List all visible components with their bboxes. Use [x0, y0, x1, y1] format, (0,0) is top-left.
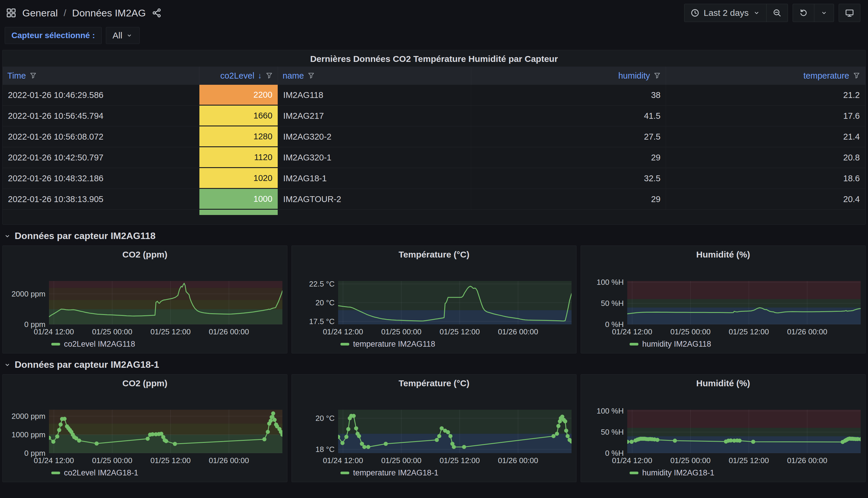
- refresh-interval-button[interactable]: [814, 4, 834, 22]
- charts-row-im2ag18-1: CO2 (ppm)0 ppm1000 ppm2000 ppm01/24 12:0…: [2, 374, 866, 482]
- cell-time: 2022-01-26 10:46:29.586: [3, 85, 199, 106]
- filter-funnel-icon[interactable]: [265, 72, 273, 79]
- table-panel-title[interactable]: Dernières Données CO2 Température Humidi…: [3, 50, 865, 67]
- column-header-time[interactable]: Time: [3, 67, 199, 85]
- legend-temp-im2ag18-1[interactable]: temperature IM2AG18-1: [340, 468, 574, 477]
- legend-co2-im2ag118[interactable]: co2Level IM2AG118: [51, 340, 285, 349]
- plot-canvas[interactable]: [627, 281, 861, 324]
- co2-table-wrap: Timeco2Level↓namehumiditytemperature 202…: [3, 67, 865, 225]
- chart-title-co2-im2ag18-1[interactable]: CO2 (ppm): [3, 375, 287, 391]
- apps-grid-icon[interactable]: [6, 8, 16, 18]
- section-title: Données par capteur IM2AG118: [15, 231, 156, 241]
- legend-series-swatch: [340, 472, 349, 474]
- x-axis-tick: 01/26 00:00: [209, 327, 249, 337]
- column-header-humidity[interactable]: humidity: [471, 67, 666, 85]
- column-header-co2[interactable]: co2Level↓: [199, 67, 278, 85]
- cell-humidity: 27.5: [471, 127, 666, 147]
- refresh-group: [793, 4, 834, 22]
- cell-humidity: 29: [471, 147, 666, 168]
- legend-series-label: temperature IM2AG18-1: [353, 468, 438, 477]
- x-axis-tick: 01/24 12:00: [612, 327, 652, 337]
- legend-series-swatch: [51, 343, 60, 345]
- y-axis-tick: 2000 ppm: [11, 412, 45, 421]
- cell-co2level: 1000: [199, 189, 278, 210]
- table-row: 2022-01-26 10:56:45.7941660IM2AG21741.51…: [3, 106, 865, 127]
- x-axis: 01/24 12:0001/25 00:0001/25 12:0001/26 0…: [627, 327, 863, 337]
- breadcrumb-page[interactable]: Données IM2AG: [72, 7, 146, 19]
- chart-area: 0 ppm2000 ppm01/24 12:0001/25 00:0001/25…: [5, 281, 285, 349]
- time-range-button[interactable]: Last 2 days: [684, 4, 766, 22]
- cell-humidity: 32.5: [471, 168, 666, 189]
- filter-funnel-icon[interactable]: [307, 72, 315, 79]
- cell-temperature: 20.4: [666, 189, 865, 210]
- chart-area: 0 ppm1000 ppm2000 ppm01/24 12:0001/25 00…: [5, 410, 285, 477]
- plot-canvas[interactable]: [49, 410, 282, 453]
- x-axis-tick: 01/24 12:00: [34, 456, 74, 465]
- y-axis-tick: 100 %H: [597, 278, 624, 287]
- plot-canvas[interactable]: [338, 281, 572, 324]
- y-axis: 0 %H50 %H100 %H: [583, 410, 627, 453]
- x-axis: 01/24 12:0001/25 00:0001/25 12:0001/26 0…: [338, 456, 574, 466]
- x-axis-tick: 01/24 12:00: [34, 327, 74, 337]
- chevron-down-icon: [820, 9, 828, 17]
- chart-title-hum-im2ag18-1[interactable]: Humidité (%): [581, 375, 865, 391]
- column-header-temperature[interactable]: temperature: [666, 67, 865, 85]
- filter-funnel-icon[interactable]: [653, 72, 661, 79]
- chart-title-temp-im2ag118[interactable]: Température (°C): [292, 246, 576, 262]
- breadcrumb-section[interactable]: General: [22, 7, 58, 19]
- charts-row-im2ag118: CO2 (ppm)0 ppm2000 ppm01/24 12:0001/25 0…: [2, 246, 866, 353]
- chart-title-co2-im2ag118[interactable]: CO2 (ppm): [3, 246, 287, 262]
- chart-area: 17.5 °C20 °C22.5 °C01/24 12:0001/25 00:0…: [294, 281, 574, 349]
- column-header-name[interactable]: name: [278, 67, 471, 85]
- panel-temp-im2ag118: Température (°C)17.5 °C20 °C22.5 °C01/24…: [292, 246, 576, 353]
- zoom-out-button[interactable]: [766, 4, 788, 22]
- cell-name: IM2AG320-1: [278, 147, 471, 168]
- plot-canvas[interactable]: [627, 410, 861, 453]
- refresh-button[interactable]: [793, 4, 814, 22]
- cell-temperature: 18.6: [666, 168, 865, 189]
- time-range-label: Last 2 days: [704, 8, 749, 18]
- x-axis-tick: 01/25 12:00: [440, 327, 480, 337]
- x-axis: 01/24 12:0001/25 00:0001/25 12:0001/26 0…: [49, 456, 285, 466]
- legend-temp-im2ag118[interactable]: temperature IM2AG118: [340, 340, 574, 349]
- table-header-row: Timeco2Level↓namehumiditytemperature: [3, 67, 865, 85]
- chart-title-hum-im2ag118[interactable]: Humidité (%): [581, 246, 865, 262]
- x-axis-tick: 01/25 00:00: [670, 327, 710, 337]
- x-axis-tick: 01/25 00:00: [381, 327, 422, 337]
- legend-series-swatch: [630, 472, 638, 474]
- chart-area: 0 %H50 %H100 %H01/24 12:0001/25 00:0001/…: [583, 410, 863, 477]
- x-axis-tick: 01/26 00:00: [209, 456, 249, 465]
- legend-series-label: humidity IM2AG18-1: [642, 468, 715, 477]
- section-header-im2ag118[interactable]: Données par capteur IM2AG118: [0, 225, 868, 246]
- chevron-down-icon: [3, 361, 11, 369]
- share-icon[interactable]: [151, 8, 162, 18]
- filter-funnel-icon[interactable]: [853, 72, 860, 79]
- cell-time: 2022-01-26 10:56:45.794: [3, 106, 199, 127]
- plot-canvas[interactable]: [338, 410, 572, 453]
- legend-hum-im2ag118[interactable]: humidity IM2AG118: [630, 340, 863, 349]
- x-axis-tick: 01/25 12:00: [440, 456, 480, 465]
- x-axis-tick: 01/25 00:00: [92, 456, 132, 465]
- filter-funnel-icon[interactable]: [29, 72, 37, 79]
- cell-co2level: 1280: [199, 127, 278, 147]
- legend-hum-im2ag18-1[interactable]: humidity IM2AG18-1: [630, 468, 863, 477]
- refresh-icon: [799, 8, 808, 17]
- chart-title-temp-im2ag18-1[interactable]: Température (°C): [292, 375, 576, 391]
- x-axis-tick: 01/24 12:00: [323, 456, 363, 465]
- plot: [338, 410, 572, 453]
- top-navbar: General / Données IM2AG Last 2 days: [0, 0, 868, 26]
- kiosk-mode-button[interactable]: [839, 4, 860, 22]
- cell-temperature: 21.4: [666, 127, 865, 147]
- cell-humidity: 38: [471, 85, 666, 106]
- chevron-down-icon: [126, 32, 133, 39]
- sensor-filter-select[interactable]: All: [106, 27, 139, 44]
- plot-canvas[interactable]: [49, 281, 282, 324]
- legend-co2-im2ag18-1[interactable]: co2Level IM2AG18-1: [51, 468, 285, 477]
- plot: [338, 281, 572, 324]
- clock-icon: [690, 8, 700, 17]
- latest-data-table-panel: Dernières Données CO2 Température Humidi…: [2, 50, 866, 225]
- section-header-im2ag18-1[interactable]: Données par capteur IM2AG18-1: [0, 353, 868, 374]
- cell-humidity: 41.5: [471, 106, 666, 127]
- cell-name: IM2AGTOUR-2: [278, 189, 471, 210]
- cell-co2level: 1020: [199, 168, 278, 189]
